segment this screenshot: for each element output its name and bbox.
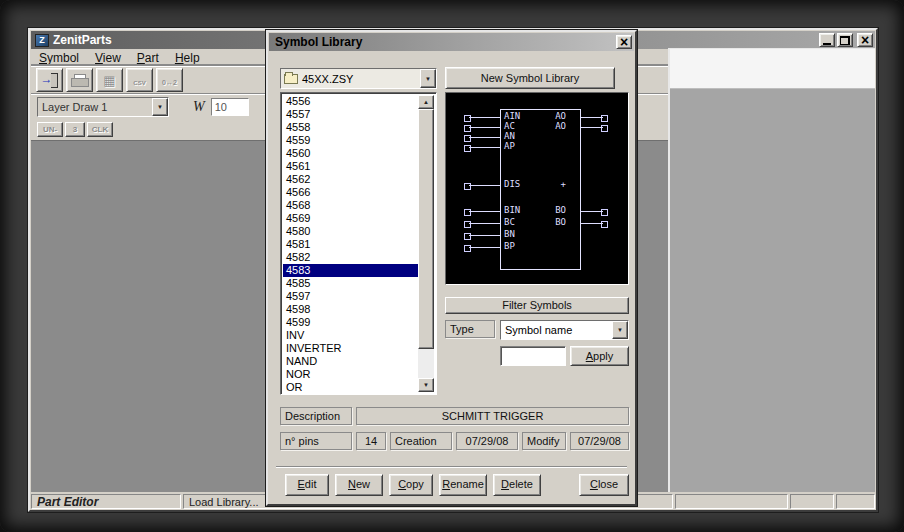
symbol-pin [464, 135, 500, 140]
print-button[interactable] [66, 68, 93, 92]
status-panel-extra-3 [836, 494, 875, 509]
new-button[interactable]: New [335, 474, 383, 496]
symbol-pin [464, 245, 500, 250]
symbol-list-item[interactable]: NOR [283, 368, 418, 381]
dialog-titlebar[interactable]: Symbol Library [269, 33, 634, 51]
type-label: Type [445, 320, 495, 338]
edit-button[interactable]: Edit [285, 474, 329, 496]
symbol-list-items: 4556455745584559456045614562456645684569… [283, 95, 418, 392]
dialog-separator [276, 466, 627, 468]
symbol-list-item[interactable]: INV [283, 329, 418, 342]
symbol-pin [464, 183, 500, 188]
rename-button[interactable]: Rename [439, 474, 487, 496]
symbol-pin [581, 115, 608, 120]
layer-combo[interactable]: Layer Draw 1 [37, 97, 169, 117]
csv-icon [133, 71, 145, 89]
symbol-list-item[interactable]: 4580 [283, 225, 418, 238]
symbol-list-item[interactable]: 4598 [283, 303, 418, 316]
filter-symbols-button[interactable]: Filter Symbols [445, 297, 629, 314]
grid-button[interactable] [96, 68, 123, 92]
pin-label: AP [504, 141, 515, 151]
csv-button[interactable] [126, 68, 153, 92]
menu-symbol[interactable]: Symbol [31, 51, 87, 65]
chevron-down-icon[interactable] [152, 98, 168, 116]
document-panel-header [670, 49, 875, 89]
symbol-list-item[interactable]: 4585 [283, 277, 418, 290]
delete-button[interactable]: Delete [493, 474, 541, 496]
type-combo[interactable]: Symbol name [500, 320, 629, 340]
symbol-pin [464, 221, 500, 226]
restore-icon [840, 36, 850, 45]
symbol-list-item[interactable]: 4557 [283, 108, 418, 121]
restore-button[interactable] [837, 33, 853, 47]
status-panel-extra-2 [790, 494, 834, 509]
minimize-icon [823, 43, 831, 45]
library-combo[interactable]: 45XX.ZSY [280, 68, 437, 89]
print-icon [71, 74, 88, 87]
pin-label: BP [504, 241, 515, 251]
symbol-list-item[interactable]: 4560 [283, 147, 418, 160]
close-dialog-button[interactable]: Close [579, 474, 629, 496]
chevron-down-icon[interactable] [420, 69, 436, 88]
mini-button-3[interactable]: 3 [65, 122, 85, 137]
chevron-down-icon[interactable] [612, 321, 628, 339]
pins-label: n° pins [280, 432, 352, 450]
scroll-up-button[interactable] [418, 95, 434, 109]
menu-part[interactable]: Part [129, 51, 167, 65]
symbol-list-item[interactable]: 4581 [283, 238, 418, 251]
menu-view[interactable]: View [87, 51, 129, 65]
mini-button-un[interactable]: UN- [37, 122, 63, 137]
symbol-list-item[interactable]: OR [283, 381, 418, 392]
pin-label: AO [555, 111, 566, 121]
symbol-list-item[interactable]: 4558 [283, 121, 418, 134]
symbol-list-item[interactable]: 4556 [283, 95, 418, 108]
desktop-background: ZenitParts SymbolViewPartHelp [0, 0, 904, 532]
close-icon [861, 31, 869, 49]
filter-input[interactable] [500, 346, 566, 366]
symbol-list-item[interactable]: 4582 [283, 251, 418, 264]
symbol-list-item[interactable]: 4569 [283, 212, 418, 225]
symbol-list-item[interactable]: INVERTER [283, 342, 418, 355]
menu-help[interactable]: Help [167, 51, 208, 65]
symbol-list-item[interactable]: 4583 [283, 264, 418, 277]
scale-button[interactable] [156, 68, 183, 92]
exit-button[interactable] [36, 68, 63, 92]
copy-button[interactable]: Copy [389, 474, 433, 496]
symbol-pin [581, 209, 608, 214]
symbol-list-scrollbar[interactable] [418, 95, 434, 392]
symbol-pin [464, 125, 500, 130]
symbol-list-item[interactable]: 4597 [283, 290, 418, 303]
status-mode-text: Part Editor [37, 495, 98, 509]
pin-label: AC [504, 121, 515, 131]
close-window-button[interactable] [857, 33, 873, 47]
exit-icon [41, 73, 59, 87]
library-combo-value: 45XX.ZSY [298, 73, 420, 85]
symbol-library-dialog: Symbol Library 45XX.ZSY New Symbol Libra… [266, 30, 637, 506]
symbol-list[interactable]: 4556455745584559456045614562456645684569… [280, 92, 437, 395]
symbol-pin [464, 145, 500, 150]
pin-label: BIN [504, 205, 520, 215]
modify-value: 07/29/08 [570, 432, 629, 450]
width-input[interactable] [211, 98, 249, 116]
minimize-button[interactable] [819, 33, 835, 47]
dialog-close-button[interactable] [616, 35, 632, 49]
symbol-list-item[interactable]: 4599 [283, 316, 418, 329]
scrollbar-thumb[interactable] [418, 109, 434, 349]
symbol-pin [464, 233, 500, 238]
apply-button[interactable]: Apply [570, 346, 629, 366]
symbol-list-item[interactable]: 4566 [283, 186, 418, 199]
mini-button-clk[interactable]: CLK [87, 122, 113, 137]
scale-0-2-icon [162, 71, 177, 89]
symbol-list-item[interactable]: 4568 [283, 199, 418, 212]
grid-icon [103, 71, 115, 89]
symbol-list-item[interactable]: 4559 [283, 134, 418, 147]
symbol-list-item[interactable]: NAND [283, 355, 418, 368]
modify-label: Modify [522, 432, 566, 450]
scroll-down-button[interactable] [418, 378, 434, 392]
new-symbol-library-button[interactable]: New Symbol Library [445, 67, 615, 89]
folder-icon [284, 74, 298, 84]
symbol-preview: AINACANAPDISBINBCBNBP AOAO+BOBO [445, 92, 629, 285]
symbol-list-item[interactable]: 4562 [283, 173, 418, 186]
creation-label: Creation [390, 432, 452, 450]
symbol-list-item[interactable]: 4561 [283, 160, 418, 173]
